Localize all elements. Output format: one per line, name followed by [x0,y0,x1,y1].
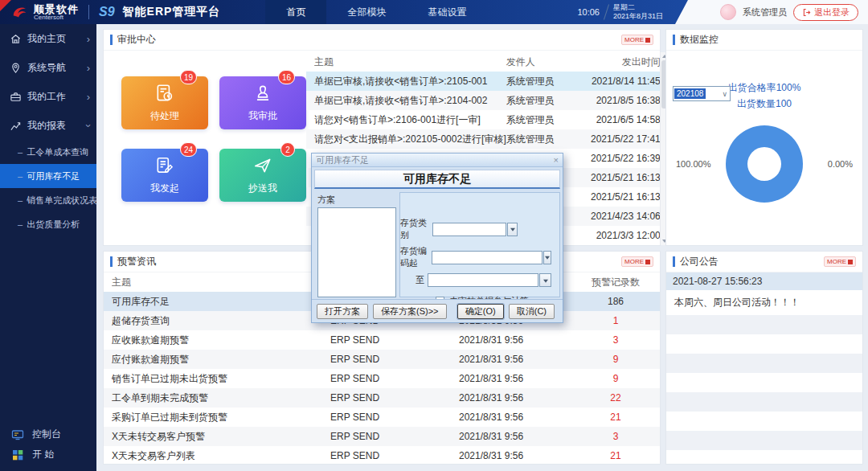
ok-button[interactable]: 确定(O) [457,304,504,319]
more-button[interactable]: MORE [621,256,653,267]
sidebar-item-label: 我的报表 [27,119,66,133]
list-item [666,412,862,431]
cell-subject: 应收账款逾期预警 [112,334,330,347]
time: 10:06 [577,7,600,17]
cell-time: 2021/3/3 12:00 [574,230,661,241]
panel-title: 公司公告 [680,255,719,268]
announcement-panel: 公司公告 MORE 2021-08-27 15:56:23 本周六、周日公司活动… [665,251,863,465]
console-button[interactable]: 控制台 [0,424,96,444]
lookup-button[interactable] [543,251,551,264]
more-button[interactable]: MORE [621,35,653,45]
more-icon [848,260,853,264]
tile-0[interactable]: 19待处理 [121,76,208,129]
panel-accent [673,256,675,267]
tile-2[interactable]: 24我发起 [121,149,208,202]
sidebar-subitem-1[interactable]: 可用库存不足 [0,164,96,188]
cell-time: 2021/8/31 9:56 [459,412,579,423]
tile-badge: 19 [180,70,197,84]
cell-time: 2021/8/31 9:56 [459,373,579,384]
lookup-button[interactable] [539,273,551,287]
cell-subject: 单据已审核,请接收<销售订单>:2104-002 [314,94,506,108]
top-navbar: 顺景软件 Centersoft S9 智能ERP管理平台 首页全部模块基础设置 … [0,0,868,24]
tile-1[interactable]: 16我审批 [219,76,306,129]
cell-count: 21 [579,412,652,423]
dialog-titlebar[interactable]: 可用库存不足 × [312,154,563,167]
start-button[interactable]: 开 始 [0,444,96,465]
nav-item-1[interactable]: 全部模块 [326,0,407,24]
plan-listbox[interactable] [317,207,396,297]
field-input-1[interactable] [432,251,542,264]
save-plan-button[interactable]: 保存方案(S)>> [373,304,447,319]
dialog-fields: 存货类别存货编码起至 未审核单据参与计算 [399,192,560,297]
cancel-button[interactable]: 取消(C) [509,304,555,319]
tile-label: 我发起 [150,182,179,195]
cell-subject: 应付账款逾期预警 [112,353,330,367]
sidebar-subitem-3[interactable]: 出货质量分析 [0,212,96,236]
table-row[interactable]: 单据已审核,请接收<销售订单>:2105-001系统管理员2021/8/14 1… [306,72,664,91]
logo-subtitle: Centersoft [34,14,79,21]
panel-accent [110,256,113,267]
field-row-0: 存货类别 [400,217,551,241]
nav-item-2[interactable]: 基础设置 [407,0,487,24]
cell-time: 2021/8/31 9:56 [459,334,579,346]
more-button[interactable]: MORE [824,256,856,267]
table-row[interactable]: 应收账款逾期预警ERP SEND2021/8/31 9:563 [104,330,660,350]
cell-time: 2021/8/5 16:38 [574,95,661,106]
table-row[interactable]: 工令单到期未完成预警ERP SEND2021/8/31 9:5622 [104,388,660,408]
cell-count: 3 [579,431,652,442]
more-icon [645,260,650,264]
logout-button[interactable]: 退出登录 [793,4,858,21]
avatar[interactable] [720,4,736,20]
table-row[interactable]: 应付账款逾期预警ERP SEND2021/8/31 9:569 [104,350,660,369]
navbar-user-area: 系统管理员 退出登录 [675,0,868,24]
table-row[interactable]: 单据已审核,请接收<销售订单>:2104-002系统管理员2021/8/5 16… [306,91,664,110]
cell-time: 2021/6/5 14:58 [574,114,661,125]
sidebar-item-0[interactable]: 我的主页› [0,24,96,53]
cell-subject: X天未交易客户列表 [112,449,330,463]
tile-3[interactable]: 2抄送我 [219,149,306,202]
sidebar-subitem-2[interactable]: 销售单完成状况表 [0,188,96,212]
field-input-0[interactable] [432,223,506,236]
sidebar: 我的主页›系统导航›我的工作›我的报表›工令单成本查询可用库存不足销售单完成状况… [0,24,96,471]
location-icon [10,62,22,74]
cell-time: 2021/5/21 16:13 [574,172,661,183]
field-label: 存货编码起 [400,245,428,269]
tile-badge: 16 [278,70,295,84]
table-row[interactable]: 采购订单已过期未到货预警ERP SEND2021/8/31 9:5621 [104,408,660,427]
field-row-1: 存货编码起 [400,245,551,269]
send-icon [252,155,273,178]
period-select[interactable]: 202108 ∨ [673,86,731,101]
dialog-heading: 可用库存不足 [314,170,560,189]
nav-item-0[interactable]: 首页 [265,0,326,24]
tile-badge: 2 [280,142,295,157]
sidebar-subitem-0[interactable]: 工令单成本查询 [0,140,96,164]
announcement-date[interactable]: 2021-08-27 15:56:23 [666,272,862,290]
table-row[interactable]: X天未交易客户列表ERP SEND2021/8/31 9:5621 [104,446,660,465]
table-row[interactable]: 销售订单已过期未出货预警ERP SEND2021/8/31 9:569 [104,369,660,388]
list-item [666,354,862,373]
dialog-title: 可用库存不足 [316,154,369,166]
donut-chart [726,125,803,203]
sidebar-item-1[interactable]: 系统导航› [0,53,96,82]
close-icon[interactable]: × [554,156,559,165]
cell-sender: ERP SEND [330,373,459,384]
list-item [666,392,862,412]
chevron-down-icon: › [82,124,94,127]
list-item [666,334,862,354]
field-label: 至 [416,274,424,286]
lookup-button[interactable] [507,223,518,236]
open-plan-button[interactable]: 打开方案 [317,304,368,319]
sidebar-item-2[interactable]: 我的工作› [0,82,96,111]
compose-icon [154,155,175,178]
sidebar-item-3[interactable]: 我的报表› [0,111,96,140]
table-row[interactable]: 请您对<销售订单>:2106-001进行[一审]系统管理员2021/6/5 14… [306,110,664,129]
table-row[interactable]: 请您对<支出报销单>:202105-0002进行[审核]系统管理员2021/5/… [306,129,664,149]
clock: 10:06 星期二 2021年8月31日 [577,0,663,24]
list-item [666,315,862,334]
panel-accent [673,35,675,45]
field-input-2[interactable] [428,273,538,287]
cell-subject: 采购订单已过期未到货预警 [112,411,330,424]
table-row[interactable]: X天未转交易客户预警ERP SEND2021/8/31 9:563 [104,427,660,446]
cell-subject: 超储存货查询 [112,314,330,328]
cell-sender: ERP SEND [330,450,459,461]
